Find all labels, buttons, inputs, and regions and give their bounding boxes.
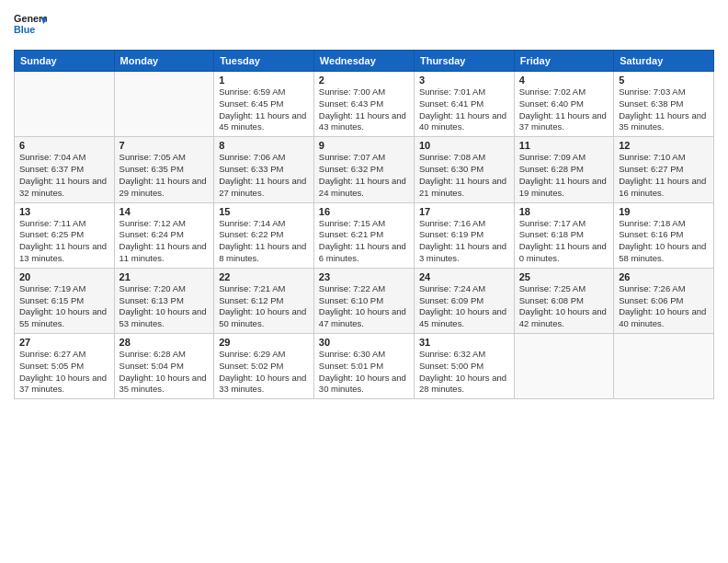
day-number: 16 xyxy=(319,206,409,217)
day-cell: 27Sunrise: 6:27 AM Sunset: 5:05 PM Dayli… xyxy=(15,334,115,399)
day-number: 3 xyxy=(419,75,509,86)
day-detail: Sunrise: 7:25 AM Sunset: 6:08 PM Dayligh… xyxy=(519,283,609,330)
day-cell: 21Sunrise: 7:20 AM Sunset: 6:13 PM Dayli… xyxy=(114,268,214,333)
day-number: 9 xyxy=(319,140,409,151)
day-number: 6 xyxy=(19,140,109,151)
day-number: 21 xyxy=(119,271,210,282)
day-number: 25 xyxy=(519,271,609,282)
day-number: 20 xyxy=(19,271,109,282)
day-cell: 19Sunrise: 7:18 AM Sunset: 6:16 PM Dayli… xyxy=(614,202,714,268)
col-header-monday: Monday xyxy=(114,51,214,72)
day-detail: Sunrise: 7:03 AM Sunset: 6:38 PM Dayligh… xyxy=(619,86,709,133)
day-detail: Sunrise: 7:05 AM Sunset: 6:35 PM Dayligh… xyxy=(119,152,210,199)
day-cell: 12Sunrise: 7:10 AM Sunset: 6:27 PM Dayli… xyxy=(614,137,714,202)
day-detail: Sunrise: 7:01 AM Sunset: 6:41 PM Dayligh… xyxy=(419,86,509,133)
calendar-table: SundayMondayTuesdayWednesdayThursdayFrid… xyxy=(14,50,714,399)
day-cell: 18Sunrise: 7:17 AM Sunset: 6:18 PM Dayli… xyxy=(514,202,613,268)
day-number: 28 xyxy=(119,337,210,348)
day-cell: 22Sunrise: 7:21 AM Sunset: 6:12 PM Dayli… xyxy=(214,268,314,333)
day-cell: 4Sunrise: 7:02 AM Sunset: 6:40 PM Daylig… xyxy=(514,72,613,137)
day-number: 29 xyxy=(219,337,309,348)
day-detail: Sunrise: 7:20 AM Sunset: 6:13 PM Dayligh… xyxy=(119,283,210,330)
day-cell: 24Sunrise: 7:24 AM Sunset: 6:09 PM Dayli… xyxy=(414,268,514,333)
day-cell xyxy=(614,334,714,399)
day-cell: 13Sunrise: 7:11 AM Sunset: 6:25 PM Dayli… xyxy=(15,202,115,268)
day-cell: 3Sunrise: 7:01 AM Sunset: 6:41 PM Daylig… xyxy=(414,72,514,137)
day-detail: Sunrise: 7:08 AM Sunset: 6:30 PM Dayligh… xyxy=(419,152,509,199)
day-detail: Sunrise: 6:59 AM Sunset: 6:45 PM Dayligh… xyxy=(219,86,309,133)
col-header-sunday: Sunday xyxy=(15,51,115,72)
day-cell: 8Sunrise: 7:06 AM Sunset: 6:33 PM Daylig… xyxy=(214,137,314,202)
day-cell: 9Sunrise: 7:07 AM Sunset: 6:32 PM Daylig… xyxy=(313,137,414,202)
page: General Blue SundayMondayTuesdayWednesda… xyxy=(0,0,728,563)
day-cell: 28Sunrise: 6:28 AM Sunset: 5:04 PM Dayli… xyxy=(114,334,214,399)
logo-icon: General Blue xyxy=(14,9,47,42)
col-header-wednesday: Wednesday xyxy=(313,51,414,72)
day-cell: 23Sunrise: 7:22 AM Sunset: 6:10 PM Dayli… xyxy=(313,268,414,333)
day-cell: 2Sunrise: 7:00 AM Sunset: 6:43 PM Daylig… xyxy=(313,72,414,137)
col-header-saturday: Saturday xyxy=(614,51,714,72)
day-cell: 5Sunrise: 7:03 AM Sunset: 6:38 PM Daylig… xyxy=(614,72,714,137)
day-detail: Sunrise: 7:06 AM Sunset: 6:33 PM Dayligh… xyxy=(219,152,309,199)
week-row-5: 27Sunrise: 6:27 AM Sunset: 5:05 PM Dayli… xyxy=(15,334,714,399)
day-number: 22 xyxy=(219,271,309,282)
day-detail: Sunrise: 7:26 AM Sunset: 6:06 PM Dayligh… xyxy=(619,283,709,330)
day-detail: Sunrise: 6:29 AM Sunset: 5:02 PM Dayligh… xyxy=(219,349,309,396)
day-cell: 10Sunrise: 7:08 AM Sunset: 6:30 PM Dayli… xyxy=(414,137,514,202)
day-detail: Sunrise: 7:10 AM Sunset: 6:27 PM Dayligh… xyxy=(619,152,709,199)
day-cell xyxy=(114,72,214,137)
day-number: 15 xyxy=(219,206,309,217)
day-cell: 15Sunrise: 7:14 AM Sunset: 6:22 PM Dayli… xyxy=(214,202,314,268)
day-detail: Sunrise: 7:07 AM Sunset: 6:32 PM Dayligh… xyxy=(319,152,409,199)
day-cell: 7Sunrise: 7:05 AM Sunset: 6:35 PM Daylig… xyxy=(114,137,214,202)
day-detail: Sunrise: 7:09 AM Sunset: 6:28 PM Dayligh… xyxy=(519,152,609,199)
day-detail: Sunrise: 7:15 AM Sunset: 6:21 PM Dayligh… xyxy=(319,218,409,265)
day-number: 13 xyxy=(19,206,109,217)
day-number: 23 xyxy=(319,271,409,282)
day-detail: Sunrise: 7:00 AM Sunset: 6:43 PM Dayligh… xyxy=(319,86,409,133)
day-number: 30 xyxy=(319,337,409,348)
day-cell: 30Sunrise: 6:30 AM Sunset: 5:01 PM Dayli… xyxy=(313,334,414,399)
day-number: 18 xyxy=(519,206,609,217)
day-number: 27 xyxy=(19,337,109,348)
day-cell: 16Sunrise: 7:15 AM Sunset: 6:21 PM Dayli… xyxy=(313,202,414,268)
day-detail: Sunrise: 7:04 AM Sunset: 6:37 PM Dayligh… xyxy=(19,152,109,199)
day-detail: Sunrise: 6:32 AM Sunset: 5:00 PM Dayligh… xyxy=(419,349,509,396)
svg-text:Blue: Blue xyxy=(14,24,35,35)
day-cell: 6Sunrise: 7:04 AM Sunset: 6:37 PM Daylig… xyxy=(15,137,115,202)
day-number: 7 xyxy=(119,140,210,151)
day-detail: Sunrise: 7:22 AM Sunset: 6:10 PM Dayligh… xyxy=(319,283,409,330)
day-number: 10 xyxy=(419,140,509,151)
day-cell: 20Sunrise: 7:19 AM Sunset: 6:15 PM Dayli… xyxy=(15,268,115,333)
day-cell xyxy=(514,334,613,399)
day-detail: Sunrise: 7:14 AM Sunset: 6:22 PM Dayligh… xyxy=(219,218,309,265)
day-cell: 26Sunrise: 7:26 AM Sunset: 6:06 PM Dayli… xyxy=(614,268,714,333)
day-detail: Sunrise: 6:30 AM Sunset: 5:01 PM Dayligh… xyxy=(319,349,409,396)
day-cell: 1Sunrise: 6:59 AM Sunset: 6:45 PM Daylig… xyxy=(214,72,314,137)
header-row: SundayMondayTuesdayWednesdayThursdayFrid… xyxy=(15,51,714,72)
day-number: 1 xyxy=(219,75,309,86)
day-cell: 25Sunrise: 7:25 AM Sunset: 6:08 PM Dayli… xyxy=(514,268,613,333)
day-cell: 14Sunrise: 7:12 AM Sunset: 6:24 PM Dayli… xyxy=(114,202,214,268)
day-number: 17 xyxy=(419,206,509,217)
day-number: 24 xyxy=(419,271,509,282)
day-detail: Sunrise: 7:17 AM Sunset: 6:18 PM Dayligh… xyxy=(519,218,609,265)
day-detail: Sunrise: 7:21 AM Sunset: 6:12 PM Dayligh… xyxy=(219,283,309,330)
logo: General Blue xyxy=(14,9,47,42)
day-number: 4 xyxy=(519,75,609,86)
day-number: 5 xyxy=(619,75,709,86)
day-detail: Sunrise: 7:24 AM Sunset: 6:09 PM Dayligh… xyxy=(419,283,509,330)
day-number: 26 xyxy=(619,271,709,282)
week-row-4: 20Sunrise: 7:19 AM Sunset: 6:15 PM Dayli… xyxy=(15,268,714,333)
day-cell: 11Sunrise: 7:09 AM Sunset: 6:28 PM Dayli… xyxy=(514,137,613,202)
day-detail: Sunrise: 6:27 AM Sunset: 5:05 PM Dayligh… xyxy=(19,349,109,396)
day-detail: Sunrise: 7:12 AM Sunset: 6:24 PM Dayligh… xyxy=(119,218,210,265)
week-row-1: 1Sunrise: 6:59 AM Sunset: 6:45 PM Daylig… xyxy=(15,72,714,137)
day-number: 14 xyxy=(119,206,210,217)
day-detail: Sunrise: 7:18 AM Sunset: 6:16 PM Dayligh… xyxy=(619,218,709,265)
header: General Blue xyxy=(14,9,714,42)
day-detail: Sunrise: 6:28 AM Sunset: 5:04 PM Dayligh… xyxy=(119,349,210,396)
col-header-tuesday: Tuesday xyxy=(214,51,314,72)
day-detail: Sunrise: 7:11 AM Sunset: 6:25 PM Dayligh… xyxy=(19,218,109,265)
day-cell: 17Sunrise: 7:16 AM Sunset: 6:19 PM Dayli… xyxy=(414,202,514,268)
